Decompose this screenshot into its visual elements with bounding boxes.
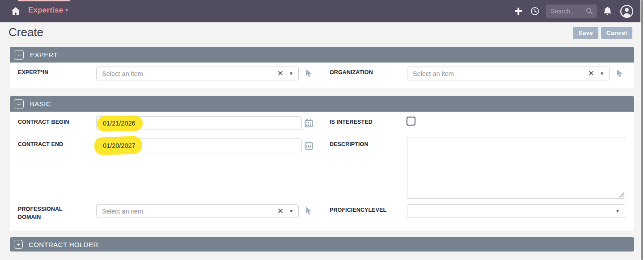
cancel-button[interactable]: Cancel xyxy=(601,27,632,39)
section-basic-title: BASIC xyxy=(30,100,51,108)
organization-label: ORGANIZATION xyxy=(330,68,373,76)
section-basic-header[interactable]: − BASIC xyxy=(10,96,634,112)
contract-begin-value: 01/21/2026 xyxy=(103,120,136,127)
avatar-icon[interactable] xyxy=(620,4,634,18)
is-interested-label: IS INTERESTED xyxy=(330,118,373,126)
header-divider xyxy=(10,43,634,43)
history-icon[interactable] xyxy=(530,6,540,16)
nav-menu-expertise[interactable]: Expertise▾ xyxy=(28,6,68,15)
professional-domain-select[interactable]: Select an item ✕ ▼ xyxy=(96,204,299,218)
collapse-icon[interactable]: − xyxy=(14,99,24,109)
clear-icon[interactable]: ✕ xyxy=(274,205,287,218)
plus-icon: + xyxy=(514,3,522,19)
expert-in-placeholder: Select an item xyxy=(97,70,274,77)
section-contract-holder-title: CONTRACT HOLDER xyxy=(29,241,98,248)
contract-end-input[interactable]: 01/20/2027 xyxy=(96,138,302,152)
search-input[interactable] xyxy=(546,8,586,15)
organization-placeholder: Select an item xyxy=(407,70,585,77)
top-navbar: Expertise▾ + xyxy=(0,0,644,22)
expert-in-select[interactable]: Select an item ✕ ▼ xyxy=(96,67,299,80)
section-expert-header[interactable]: − EXPERT xyxy=(10,47,634,63)
expert-in-label: EXPERT*IN xyxy=(18,68,48,76)
professional-domain-lookup-pointer-icon[interactable] xyxy=(304,206,312,216)
contract-end-value: 01/20/2027 xyxy=(103,142,136,149)
collapse-icon[interactable]: − xyxy=(14,50,24,60)
active-nav-indicator xyxy=(18,0,70,1)
is-interested-checkbox[interactable] xyxy=(407,117,415,126)
organization-select[interactable]: Select an item ✕ ▼ xyxy=(407,67,610,80)
calendar-icon[interactable] xyxy=(305,141,313,150)
proficiencylevel-label: PROFICIENCYLEVEL xyxy=(330,206,386,214)
description-label: DESCRIPTION xyxy=(330,140,369,148)
clear-icon[interactable]: ✕ xyxy=(585,67,597,80)
section-contract-holder-header[interactable]: + CONTRACT HOLDER xyxy=(10,237,634,252)
description-textarea[interactable] xyxy=(407,138,625,199)
app-window: Expertise▾ + xyxy=(0,0,644,260)
professional-domain-label: PROFESSIONAL DOMAIN xyxy=(18,205,71,221)
vertical-scrollbar[interactable] xyxy=(640,0,644,260)
resize-grip-icon[interactable] xyxy=(619,193,624,197)
chevron-down-icon[interactable]: ▼ xyxy=(287,205,298,218)
search-icon[interactable] xyxy=(586,8,593,15)
chevron-down-icon[interactable]: ▼ xyxy=(597,67,609,80)
expand-icon[interactable]: + xyxy=(14,240,23,249)
proficiencylevel-select[interactable]: ▼ xyxy=(407,204,625,218)
contract-begin-label: CONTRACT BEGIN xyxy=(18,118,69,126)
expert-in-lookup-pointer-icon[interactable] xyxy=(304,69,312,78)
bell-icon[interactable] xyxy=(603,6,612,17)
nav-menu-expertise-label: Expertise xyxy=(28,6,63,14)
global-search[interactable] xyxy=(546,4,597,18)
professional-domain-placeholder: Select an item xyxy=(97,208,274,215)
home-icon[interactable] xyxy=(10,6,21,17)
save-button[interactable]: Save xyxy=(573,27,598,39)
chevron-down-icon: ▾ xyxy=(65,7,68,13)
contract-begin-input[interactable]: 01/21/2026 xyxy=(96,116,302,130)
chevron-down-icon[interactable]: ▼ xyxy=(613,205,625,218)
page-title: Create xyxy=(8,25,43,39)
contract-end-label: CONTRACT END xyxy=(18,140,63,148)
calendar-icon[interactable] xyxy=(305,119,313,128)
clear-icon[interactable]: ✕ xyxy=(274,67,287,80)
add-record-button[interactable]: + xyxy=(513,2,524,20)
organization-lookup-pointer-icon[interactable] xyxy=(615,69,623,78)
section-expert-title: EXPERT xyxy=(30,51,58,59)
chevron-down-icon[interactable]: ▼ xyxy=(287,67,298,80)
scrollbar-thumb[interactable] xyxy=(641,0,643,260)
